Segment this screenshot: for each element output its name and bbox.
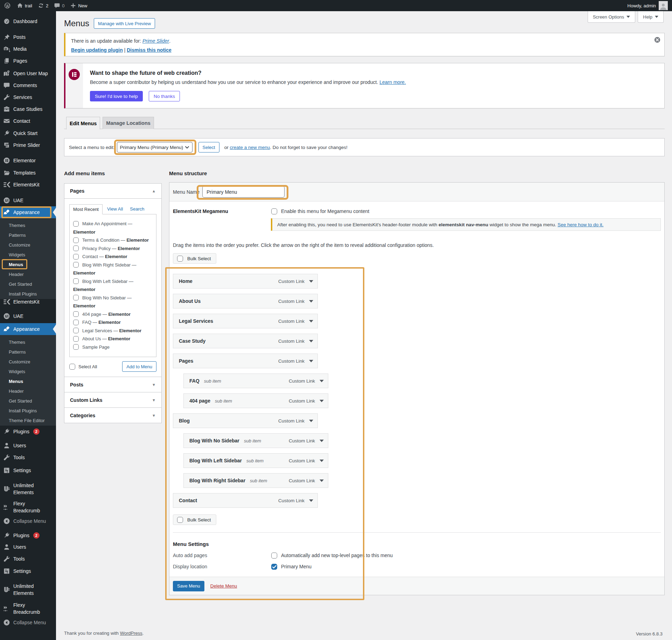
- megamenu-enable-checkbox[interactable]: [271, 208, 277, 214]
- sidebar-item-unlimited-elements[interactable]: Unlimited Elements: [0, 583, 56, 597]
- menu-item-expand-icon[interactable]: [309, 360, 313, 362]
- page-item-checkbox[interactable]: [73, 336, 79, 342]
- menu-item-expand-icon[interactable]: [309, 420, 313, 422]
- select-button[interactable]: Select: [198, 142, 219, 152]
- submenu-item-menus[interactable]: Menus: [0, 259, 56, 269]
- page-item-checkbox[interactable]: [73, 320, 79, 325]
- menu-item-case-study[interactable]: Case StudyCustom Link: [173, 334, 318, 348]
- menu-item-expand-icon[interactable]: [320, 400, 324, 402]
- menu-item-blog-with-no-sidebar[interactable]: Blog With No Sidebarsub itemCustom Link: [183, 433, 328, 448]
- sidebar-item-flexy-breadcrumb[interactable]: Flexy Breadcrumb: [0, 500, 56, 514]
- save-menu-button[interactable]: Save Menu: [173, 581, 204, 591]
- page-item-checkbox[interactable]: [73, 246, 79, 251]
- screen-options-button[interactable]: Screen Options: [588, 11, 636, 23]
- sidebar-item-settings[interactable]: Settings: [0, 464, 56, 476]
- page-item-checkbox[interactable]: [73, 295, 79, 300]
- sidebar-item-elementor[interactable]: Elementor: [0, 155, 56, 166]
- admin-bar-new[interactable]: New: [67, 0, 90, 11]
- menu-item-expand-icon[interactable]: [309, 280, 313, 283]
- submenu-item-patterns[interactable]: Patterns: [0, 347, 56, 357]
- page-item-checkbox[interactable]: [73, 262, 79, 268]
- sidebar-item-plugins[interactable]: Plugins2: [0, 529, 56, 541]
- menu-item-expand-icon[interactable]: [320, 479, 324, 482]
- page-item-checkbox[interactable]: [73, 221, 79, 227]
- page-item-checkbox[interactable]: [73, 311, 79, 317]
- submenu-item-install-plugins[interactable]: Install Plugins: [0, 289, 56, 299]
- wordpress-footer-link[interactable]: WordPress: [120, 631, 142, 636]
- see-how-link[interactable]: See here how to do it.: [558, 222, 603, 227]
- menu-item-about-us[interactable]: About UsCustom Link: [173, 294, 318, 308]
- menu-item-blog-with-right-sidebar[interactable]: Blog With Right Sidebarsub itemCustom Li…: [183, 473, 328, 488]
- menu-item-expand-icon[interactable]: [309, 499, 313, 502]
- select-all-checkbox[interactable]: [69, 364, 75, 370]
- page-item-checkbox[interactable]: [73, 254, 79, 259]
- menu-name-input[interactable]: Primary Menu: [202, 186, 285, 198]
- menu-select-dropdown[interactable]: Primary Menu (Primary Menu): [117, 142, 192, 152]
- submenu-item-header[interactable]: Header: [0, 269, 56, 279]
- admin-bar-site-name[interactable]: trail: [14, 0, 35, 11]
- admin-bar-updates[interactable]: 2: [35, 0, 51, 11]
- menu-item-blog-with-left-sidebar[interactable]: Blog With Left Sidebarsub itemCustom Lin…: [183, 453, 328, 468]
- submenu-item-menus[interactable]: Menus: [0, 376, 56, 386]
- submenu-item-themes[interactable]: Themes: [0, 337, 56, 347]
- menu-item-expand-icon[interactable]: [309, 320, 313, 322]
- pages-tab-view-all[interactable]: View All: [105, 204, 125, 214]
- sidebar-item-posts[interactable]: Posts: [0, 31, 56, 43]
- menu-item-blog[interactable]: BlogCustom Link: [173, 413, 318, 428]
- prime-slider-link[interactable]: Prime Slider: [142, 38, 169, 44]
- sidebar-item-settings[interactable]: Settings: [0, 565, 56, 577]
- display-location-checkbox[interactable]: [271, 564, 277, 570]
- menu-item-legal-services[interactable]: Legal ServicesCustom Link: [173, 314, 318, 328]
- accordion-header-custom-links[interactable]: Custom Links▼: [64, 392, 161, 407]
- learn-more-link[interactable]: Learn more.: [379, 79, 406, 85]
- submenu-item-customize[interactable]: Customize: [0, 240, 56, 250]
- sidebar-item-tools[interactable]: Tools: [0, 451, 56, 463]
- tab-edit-menus[interactable]: Edit Menus: [66, 117, 100, 129]
- menu-item-expand-icon[interactable]: [309, 300, 313, 303]
- sidebar-item-templates[interactable]: Templates: [0, 167, 56, 179]
- bulk-select-checkbox[interactable]: [177, 256, 183, 262]
- create-new-menu-link[interactable]: create a new menu: [230, 145, 270, 150]
- page-item-checkbox[interactable]: [73, 344, 79, 350]
- sidebar-item-appearance[interactable]: Appearance: [0, 206, 56, 218]
- bulk-select-checkbox-bottom[interactable]: [177, 517, 183, 523]
- menu-item-expand-icon[interactable]: [309, 340, 313, 342]
- submenu-item-themes[interactable]: Themes: [0, 220, 56, 230]
- sidebar-item-tools[interactable]: Tools: [0, 553, 56, 565]
- sidebar-item-collapse-menu[interactable]: Collapse Menu: [0, 515, 56, 527]
- submenu-item-patterns[interactable]: Patterns: [0, 230, 56, 240]
- manage-live-preview-button[interactable]: Manage with Live Preview: [94, 18, 155, 29]
- sidebar-item-appearance[interactable]: Appearance: [0, 323, 56, 335]
- menu-item-pages[interactable]: PagesCustom Link: [173, 354, 318, 368]
- submenu-item-get-started[interactable]: Get Started: [0, 396, 56, 406]
- sidebar-item-uae[interactable]: UAE: [0, 310, 56, 322]
- delete-menu-link[interactable]: Delete Menu: [210, 583, 237, 589]
- submenu-item-theme-file-editor[interactable]: Theme File Editor: [0, 415, 56, 425]
- menu-item-404-page[interactable]: 404 pagesub itemCustom Link: [183, 393, 328, 408]
- sidebar-item-prime-slider[interactable]: Prime Slider: [0, 139, 56, 151]
- tab-manage-locations[interactable]: Manage Locations: [103, 117, 154, 129]
- pages-panel-header[interactable]: Pages▲: [64, 184, 161, 198]
- submenu-item-widgets[interactable]: Widgets: [0, 367, 56, 376]
- sidebar-item-services[interactable]: Services: [0, 91, 56, 103]
- dismiss-x-icon[interactable]: [654, 37, 660, 43]
- sidebar-item-plugins[interactable]: Plugins2: [0, 426, 56, 438]
- sidebar-item-contact[interactable]: Contact: [0, 115, 56, 127]
- howdy-account-label[interactable]: Howdy, admin: [628, 3, 656, 8]
- sidebar-item-pages[interactable]: Pages: [0, 55, 56, 67]
- auto-add-pages-checkbox[interactable]: [271, 553, 277, 559]
- sidebar-item-quick-start[interactable]: Quick Start: [0, 127, 56, 139]
- sidebar-item-uae[interactable]: UAE: [0, 194, 56, 206]
- sidebar-item-unlimited-elements[interactable]: Unlimited Elements: [0, 482, 56, 496]
- wordpress-logo-menu[interactable]: [0, 0, 14, 11]
- sidebar-item-collapse-menu[interactable]: Collapse Menu: [0, 617, 56, 628]
- elementor-accept-button[interactable]: Sure! I'd love to help: [90, 91, 143, 101]
- sidebar-item-media[interactable]: Media: [0, 43, 56, 55]
- accordion-header-categories[interactable]: Categories▼: [64, 408, 161, 423]
- dismiss-notice-link[interactable]: Dismiss this notice: [127, 47, 172, 53]
- submenu-item-widgets[interactable]: Widgets: [0, 250, 56, 259]
- sidebar-item-dashboard[interactable]: Dashboard: [0, 15, 56, 27]
- sidebar-item-case-studies[interactable]: Case Studies: [0, 103, 56, 115]
- page-item-checkbox[interactable]: [73, 328, 79, 333]
- submenu-item-get-started[interactable]: Get Started: [0, 279, 56, 289]
